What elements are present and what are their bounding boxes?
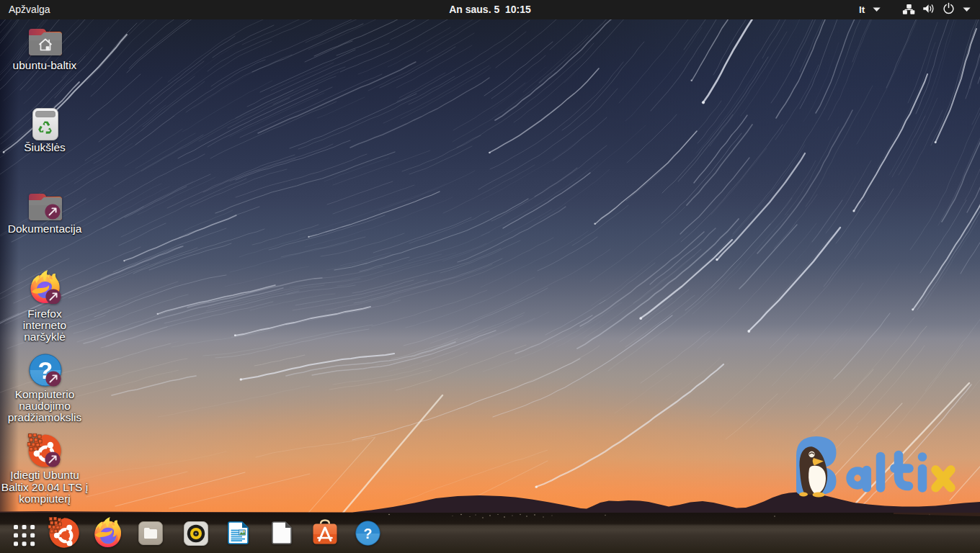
svg-text:?: ? [363, 525, 372, 541]
svg-text:lt: lt [859, 4, 865, 15]
